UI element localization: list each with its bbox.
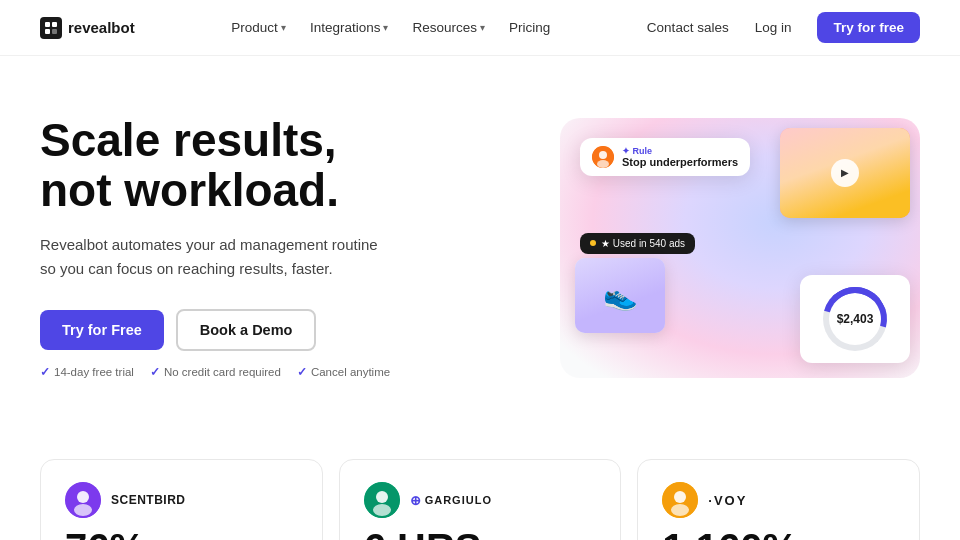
stat-card-voy: ·VOY 1,160% increase in total client ad …	[637, 459, 920, 540]
stat-number-voy: 1,160%	[662, 528, 895, 540]
hero-trust-badges: ✓ 14-day free trial ✓ No credit card req…	[40, 365, 390, 379]
contact-sales-link[interactable]: Contact sales	[647, 20, 729, 35]
rule-avatar	[592, 146, 614, 168]
svg-point-14	[674, 491, 686, 503]
try-free-button[interactable]: Try for Free	[40, 310, 164, 350]
rule-card: ✦ Rule Stop underperformers	[580, 138, 750, 176]
chevron-down-icon: ▾	[480, 22, 485, 33]
brand-voy: ·VOY	[708, 493, 747, 508]
svg-point-8	[77, 491, 89, 503]
check-icon: ✓	[40, 365, 50, 379]
brand-gargiulo: ⊕ GARGIULO	[410, 493, 492, 508]
spend-card: $2,403	[800, 275, 910, 363]
navbar: revealbot Product ▾ Integrations ▾ Resou…	[0, 0, 960, 56]
shoe-card: 👟	[575, 258, 665, 333]
rule-label: Stop underperformers	[622, 156, 738, 168]
svg-rect-1	[52, 22, 57, 27]
svg-point-12	[373, 504, 391, 516]
avatar-gargiulo	[364, 482, 400, 518]
used-dot	[590, 240, 596, 246]
badge-trial: ✓ 14-day free trial	[40, 365, 134, 379]
check-icon: ✓	[150, 365, 160, 379]
hero-content: Scale results, not workload. Revealbot a…	[40, 116, 390, 379]
book-demo-button[interactable]: Book a Demo	[176, 309, 317, 351]
stat-card-gargiulo: ⊕ GARGIULO 6 HRS saved per day on ad man…	[339, 459, 622, 540]
avatar-voy	[662, 482, 698, 518]
hero-section: Scale results, not workload. Revealbot a…	[0, 56, 960, 429]
nav-resources[interactable]: Resources ▾	[402, 14, 495, 41]
check-icon: ✓	[297, 365, 307, 379]
stats-grid: SCENTBIRD 76% decrease in spend on zero-…	[40, 459, 920, 540]
svg-rect-3	[52, 29, 57, 34]
badge-no-card: ✓ No credit card required	[150, 365, 281, 379]
logo-icon	[40, 17, 62, 39]
nav-try-free-button[interactable]: Try for free	[817, 12, 920, 43]
svg-point-11	[376, 491, 388, 503]
play-button[interactable]: ▶	[831, 159, 859, 187]
nav-product[interactable]: Product ▾	[221, 14, 296, 41]
hero-visual: ✦ Rule Stop underperformers ▶ ★ Used in …	[560, 118, 920, 378]
avatar-scentbird	[65, 482, 101, 518]
nav-links: Product ▾ Integrations ▾ Resources ▾ Pri…	[221, 14, 560, 41]
svg-point-6	[597, 160, 609, 168]
spend-donut-chart: $2,403	[823, 287, 887, 351]
svg-rect-0	[45, 22, 50, 27]
svg-point-9	[74, 504, 92, 516]
logo-text: revealbot	[68, 19, 135, 36]
badge-cancel: ✓ Cancel anytime	[297, 365, 390, 379]
stats-section: SCENTBIRD 76% decrease in spend on zero-…	[0, 429, 960, 540]
nav-integrations[interactable]: Integrations ▾	[300, 14, 399, 41]
stat-number-scentbird: 76%	[65, 528, 298, 540]
ad-preview-card: ▶	[780, 128, 910, 218]
nav-right: Contact sales Log in Try for free	[647, 12, 920, 43]
chevron-down-icon: ▾	[383, 22, 388, 33]
hero-buttons: Try for Free Book a Demo	[40, 309, 390, 351]
logo[interactable]: revealbot	[40, 17, 135, 39]
rule-text: ✦ Rule Stop underperformers	[622, 146, 738, 168]
hero-subtitle: Revealbot automates your ad management r…	[40, 233, 390, 281]
svg-point-15	[671, 504, 689, 516]
stat-card-scentbird: SCENTBIRD 76% decrease in spend on zero-…	[40, 459, 323, 540]
nav-pricing[interactable]: Pricing	[499, 14, 560, 41]
used-badge: ★ Used in 540 ads	[580, 233, 695, 254]
brand-scentbird: SCENTBIRD	[111, 493, 186, 507]
hero-title: Scale results, not workload.	[40, 116, 390, 215]
svg-rect-2	[45, 29, 50, 34]
rule-tag: ✦ Rule	[622, 146, 738, 156]
svg-point-5	[599, 151, 607, 159]
chevron-down-icon: ▾	[281, 22, 286, 33]
stat-number-gargiulo: 6 HRS	[364, 528, 597, 540]
login-link[interactable]: Log in	[745, 14, 802, 41]
